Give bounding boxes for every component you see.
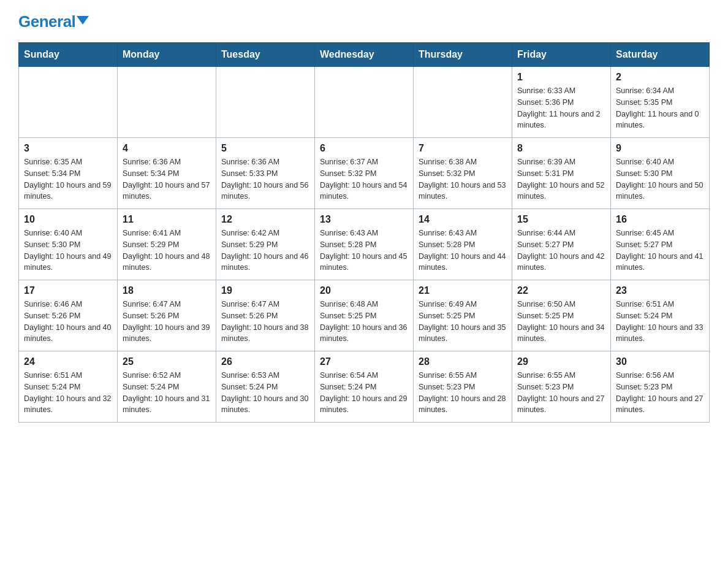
weekday-header-thursday: Thursday xyxy=(414,43,512,67)
page-header: General xyxy=(18,12,710,31)
day-number: 4 xyxy=(123,143,211,154)
calendar-cell: 10Sunrise: 6:40 AMSunset: 5:30 PMDayligh… xyxy=(19,209,118,280)
calendar-cell xyxy=(315,67,414,138)
day-info: Sunrise: 6:55 AMSunset: 5:23 PMDaylight:… xyxy=(517,370,605,416)
week-row-2: 3Sunrise: 6:35 AMSunset: 5:34 PMDaylight… xyxy=(19,138,710,209)
day-number: 22 xyxy=(517,285,605,296)
calendar-cell: 14Sunrise: 6:43 AMSunset: 5:28 PMDayligh… xyxy=(414,209,512,280)
day-info: Sunrise: 6:43 AMSunset: 5:28 PMDaylight:… xyxy=(419,228,507,274)
day-info: Sunrise: 6:55 AMSunset: 5:23 PMDaylight:… xyxy=(419,370,507,416)
weekday-header-saturday: Saturday xyxy=(611,43,710,67)
calendar-cell: 25Sunrise: 6:52 AMSunset: 5:24 PMDayligh… xyxy=(118,351,216,423)
day-number: 5 xyxy=(221,143,309,154)
calendar-cell xyxy=(118,67,216,138)
logo: General xyxy=(18,12,89,31)
day-number: 8 xyxy=(517,143,605,154)
day-info: Sunrise: 6:40 AMSunset: 5:30 PMDaylight:… xyxy=(616,156,704,202)
weekday-header-tuesday: Tuesday xyxy=(216,43,315,67)
calendar-cell: 19Sunrise: 6:47 AMSunset: 5:26 PMDayligh… xyxy=(216,280,315,351)
weekday-header-monday: Monday xyxy=(118,43,216,67)
calendar-cell: 6Sunrise: 6:37 AMSunset: 5:32 PMDaylight… xyxy=(315,138,414,209)
calendar-cell: 26Sunrise: 6:53 AMSunset: 5:24 PMDayligh… xyxy=(216,351,315,423)
calendar-cell: 21Sunrise: 6:49 AMSunset: 5:25 PMDayligh… xyxy=(414,280,512,351)
day-info: Sunrise: 6:35 AMSunset: 5:34 PMDaylight:… xyxy=(24,156,112,202)
day-number: 28 xyxy=(419,356,507,367)
calendar-table: SundayMondayTuesdayWednesdayThursdayFrid… xyxy=(18,42,710,423)
day-number: 23 xyxy=(616,285,704,296)
calendar-cell: 20Sunrise: 6:48 AMSunset: 5:25 PMDayligh… xyxy=(315,280,414,351)
calendar-cell: 7Sunrise: 6:38 AMSunset: 5:32 PMDaylight… xyxy=(414,138,512,209)
day-number: 7 xyxy=(419,143,507,154)
weekday-header-row: SundayMondayTuesdayWednesdayThursdayFrid… xyxy=(19,43,710,67)
week-row-3: 10Sunrise: 6:40 AMSunset: 5:30 PMDayligh… xyxy=(19,209,710,280)
week-row-1: 1Sunrise: 6:33 AMSunset: 5:36 PMDaylight… xyxy=(19,67,710,138)
day-number: 14 xyxy=(419,214,507,225)
calendar-cell: 11Sunrise: 6:41 AMSunset: 5:29 PMDayligh… xyxy=(118,209,216,280)
day-info: Sunrise: 6:36 AMSunset: 5:34 PMDaylight:… xyxy=(123,156,211,202)
day-number: 26 xyxy=(221,356,309,367)
calendar-cell: 1Sunrise: 6:33 AMSunset: 5:36 PMDaylight… xyxy=(512,67,611,138)
weekday-header-wednesday: Wednesday xyxy=(315,43,414,67)
day-info: Sunrise: 6:51 AMSunset: 5:24 PMDaylight:… xyxy=(24,370,112,416)
day-number: 15 xyxy=(517,214,605,225)
day-info: Sunrise: 6:47 AMSunset: 5:26 PMDaylight:… xyxy=(123,299,211,345)
calendar-cell: 8Sunrise: 6:39 AMSunset: 5:31 PMDaylight… xyxy=(512,138,611,209)
calendar-cell: 12Sunrise: 6:42 AMSunset: 5:29 PMDayligh… xyxy=(216,209,315,280)
day-number: 24 xyxy=(24,356,112,367)
day-number: 20 xyxy=(320,285,408,296)
day-number: 13 xyxy=(320,214,408,225)
day-number: 17 xyxy=(24,285,112,296)
calendar-cell: 18Sunrise: 6:47 AMSunset: 5:26 PMDayligh… xyxy=(118,280,216,351)
calendar-cell: 2Sunrise: 6:34 AMSunset: 5:35 PMDaylight… xyxy=(611,67,710,138)
calendar-cell: 28Sunrise: 6:55 AMSunset: 5:23 PMDayligh… xyxy=(414,351,512,423)
day-info: Sunrise: 6:49 AMSunset: 5:25 PMDaylight:… xyxy=(419,299,507,345)
day-info: Sunrise: 6:47 AMSunset: 5:26 PMDaylight:… xyxy=(221,299,309,345)
calendar-cell: 15Sunrise: 6:44 AMSunset: 5:27 PMDayligh… xyxy=(512,209,611,280)
logo-general-text: General xyxy=(18,12,75,31)
day-info: Sunrise: 6:48 AMSunset: 5:25 PMDaylight:… xyxy=(320,299,408,345)
calendar-cell: 4Sunrise: 6:36 AMSunset: 5:34 PMDaylight… xyxy=(118,138,216,209)
calendar-cell: 24Sunrise: 6:51 AMSunset: 5:24 PMDayligh… xyxy=(19,351,118,423)
day-info: Sunrise: 6:46 AMSunset: 5:26 PMDaylight:… xyxy=(24,299,112,345)
day-info: Sunrise: 6:37 AMSunset: 5:32 PMDaylight:… xyxy=(320,156,408,202)
day-number: 2 xyxy=(616,72,704,83)
day-info: Sunrise: 6:34 AMSunset: 5:35 PMDaylight:… xyxy=(616,85,704,131)
calendar-cell: 5Sunrise: 6:36 AMSunset: 5:33 PMDaylight… xyxy=(216,138,315,209)
day-info: Sunrise: 6:45 AMSunset: 5:27 PMDaylight:… xyxy=(616,228,704,274)
calendar-cell xyxy=(414,67,512,138)
calendar-cell: 9Sunrise: 6:40 AMSunset: 5:30 PMDaylight… xyxy=(611,138,710,209)
day-number: 10 xyxy=(24,214,112,225)
calendar-cell: 27Sunrise: 6:54 AMSunset: 5:24 PMDayligh… xyxy=(315,351,414,423)
day-number: 12 xyxy=(221,214,309,225)
day-number: 1 xyxy=(517,72,605,83)
weekday-header-sunday: Sunday xyxy=(19,43,118,67)
day-number: 21 xyxy=(419,285,507,296)
day-number: 30 xyxy=(616,356,704,367)
day-number: 18 xyxy=(123,285,211,296)
calendar-cell: 17Sunrise: 6:46 AMSunset: 5:26 PMDayligh… xyxy=(19,280,118,351)
calendar-cell: 29Sunrise: 6:55 AMSunset: 5:23 PMDayligh… xyxy=(512,351,611,423)
day-info: Sunrise: 6:50 AMSunset: 5:25 PMDaylight:… xyxy=(517,299,605,345)
calendar-cell: 13Sunrise: 6:43 AMSunset: 5:28 PMDayligh… xyxy=(315,209,414,280)
day-info: Sunrise: 6:56 AMSunset: 5:23 PMDaylight:… xyxy=(616,370,704,416)
day-number: 11 xyxy=(123,214,211,225)
day-info: Sunrise: 6:39 AMSunset: 5:31 PMDaylight:… xyxy=(517,156,605,202)
day-info: Sunrise: 6:42 AMSunset: 5:29 PMDaylight:… xyxy=(221,228,309,274)
calendar-cell: 23Sunrise: 6:51 AMSunset: 5:24 PMDayligh… xyxy=(611,280,710,351)
calendar-cell: 22Sunrise: 6:50 AMSunset: 5:25 PMDayligh… xyxy=(512,280,611,351)
calendar-cell xyxy=(216,67,315,138)
calendar-cell: 16Sunrise: 6:45 AMSunset: 5:27 PMDayligh… xyxy=(611,209,710,280)
day-info: Sunrise: 6:38 AMSunset: 5:32 PMDaylight:… xyxy=(419,156,507,202)
day-number: 27 xyxy=(320,356,408,367)
day-info: Sunrise: 6:40 AMSunset: 5:30 PMDaylight:… xyxy=(24,228,112,274)
day-info: Sunrise: 6:44 AMSunset: 5:27 PMDaylight:… xyxy=(517,228,605,274)
weekday-header-friday: Friday xyxy=(512,43,611,67)
day-number: 19 xyxy=(221,285,309,296)
calendar-cell xyxy=(19,67,118,138)
week-row-5: 24Sunrise: 6:51 AMSunset: 5:24 PMDayligh… xyxy=(19,351,710,423)
week-row-4: 17Sunrise: 6:46 AMSunset: 5:26 PMDayligh… xyxy=(19,280,710,351)
day-info: Sunrise: 6:41 AMSunset: 5:29 PMDaylight:… xyxy=(123,228,211,274)
day-info: Sunrise: 6:43 AMSunset: 5:28 PMDaylight:… xyxy=(320,228,408,274)
day-info: Sunrise: 6:36 AMSunset: 5:33 PMDaylight:… xyxy=(221,156,309,202)
day-number: 25 xyxy=(123,356,211,367)
